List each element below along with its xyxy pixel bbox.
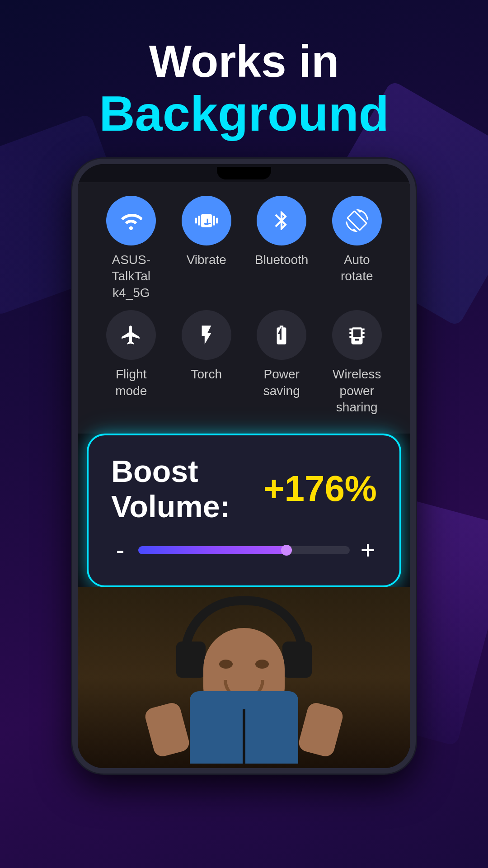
vibrate-icon-circle <box>182 196 231 245</box>
quick-settings-panel: ASUS-TalkTalk4_5G Vibrate <box>78 182 410 434</box>
wirelesspowersharing-icon <box>346 324 368 346</box>
autorotate-label: Autorotate <box>341 252 373 285</box>
wirelesspowersharing-label: Wirelesspower sharing <box>322 366 393 415</box>
torch-icon-circle <box>182 310 231 360</box>
phone-notch <box>78 164 410 182</box>
flightmode-icon-circle <box>106 310 156 360</box>
header-line2: Background <box>0 86 488 141</box>
boost-value: +176% <box>263 468 377 509</box>
torch-label: Torch <box>191 366 222 382</box>
volume-slider-thumb <box>281 545 292 556</box>
flightmode-label: Flightmode <box>115 366 147 399</box>
bluetooth-label: Bluetooth <box>255 252 308 268</box>
notch-cutout <box>217 167 271 179</box>
quick-item-flightmode[interactable]: Flightmode <box>96 310 167 415</box>
wifi-icon-circle <box>106 196 156 245</box>
phone-body: ASUS-TalkTalk4_5G Vibrate <box>72 159 416 774</box>
powersaving-label: Power saving <box>246 366 317 399</box>
wifi-label: ASUS-TalkTalk4_5G <box>96 252 167 301</box>
torch-icon <box>195 324 218 346</box>
volume-slider-fill <box>138 546 286 554</box>
wirelesspowersharing-icon-circle <box>332 310 382 360</box>
bluetooth-icon-circle <box>257 196 306 245</box>
boost-volume-widget: Boost Volume: +176% - + <box>87 434 401 587</box>
bluetooth-icon <box>270 209 293 232</box>
person-photo <box>78 587 410 768</box>
phone-mockup: ASUS-TalkTalk4_5G Vibrate <box>0 159 488 774</box>
quick-item-torch[interactable]: Torch <box>171 310 242 415</box>
wifi-icon <box>120 209 142 232</box>
volume-plus-button[interactable]: + <box>359 538 377 563</box>
quick-item-wirelesspowersharing[interactable]: Wirelesspower sharing <box>322 310 393 415</box>
quick-item-autorotate[interactable]: Autorotate <box>322 196 393 301</box>
quick-item-wifi[interactable]: ASUS-TalkTalk4_5G <box>96 196 167 301</box>
quick-item-bluetooth[interactable]: Bluetooth <box>246 196 317 301</box>
boost-label: Boost Volume: <box>111 453 254 524</box>
slider-row: - + <box>111 538 377 563</box>
vibrate-icon <box>195 209 218 232</box>
airplane-icon <box>120 324 142 346</box>
quick-settings-grid: ASUS-TalkTalk4_5G Vibrate <box>96 196 392 415</box>
volume-slider-track[interactable] <box>138 546 350 554</box>
boost-title-row: Boost Volume: +176% <box>111 453 377 524</box>
powersaving-icon <box>270 324 293 346</box>
autorotate-icon-circle <box>332 196 382 245</box>
powersaving-icon-circle <box>257 310 306 360</box>
quick-item-powersaving[interactable]: Power saving <box>246 310 317 415</box>
quick-item-vibrate[interactable]: Vibrate <box>171 196 242 301</box>
photo-area <box>78 587 410 768</box>
header: Works in Background <box>0 0 488 150</box>
header-line1: Works in <box>0 36 488 86</box>
autorotate-icon <box>346 209 368 232</box>
vibrate-label: Vibrate <box>187 252 226 268</box>
volume-minus-button[interactable]: - <box>111 538 129 563</box>
